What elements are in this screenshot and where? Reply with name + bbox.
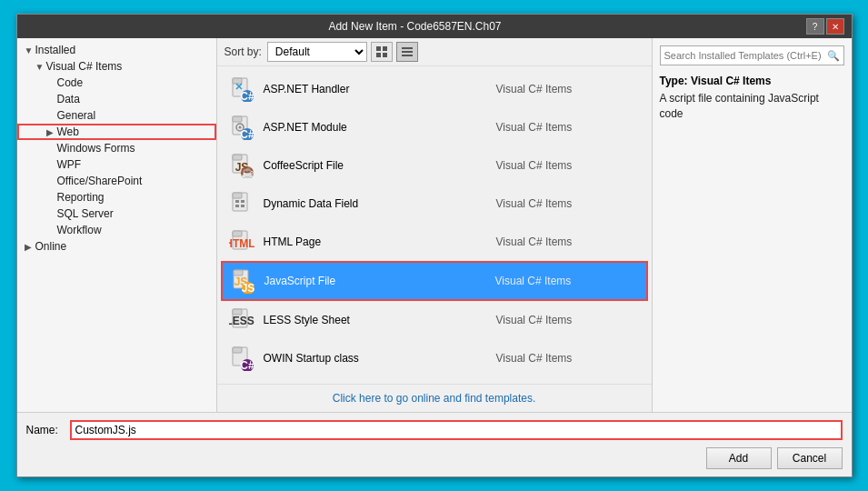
name-input[interactable] [70,420,843,440]
tree-item-label: Windows Forms [57,142,135,155]
svg-text:C#: C# [240,128,254,140]
toolbar-row: Sort by: Default Name Type [217,38,652,66]
item-category: Visual C# Items [496,197,642,210]
svg-rect-24 [235,200,239,203]
item-icon-less-style-sheet: LESS [227,306,256,335]
tree-item-reporting[interactable]: Reporting [17,189,216,205]
title-bar-buttons: ? ✕ [806,18,844,35]
tree-item-label: Reporting [57,191,105,204]
name-label: Name: [26,424,63,436]
list-item-dynamic-data-field[interactable]: Dynamic Data Field Visual C# Items [221,185,648,223]
bottom-area: Name: Add Cancel [17,412,852,476]
tree-item-label: Data [57,93,80,105]
svg-rect-23 [233,193,242,198]
tree-item-label: Online [35,240,67,253]
search-box[interactable]: 🔍 [660,45,844,65]
help-button[interactable]: ? [806,18,824,35]
tree-item-office-sharepoint[interactable]: Office/SharePoint [17,173,216,189]
svg-rect-4 [402,47,413,49]
tree-item-label: Workflow [57,224,102,236]
svg-text:JS: JS [241,282,254,294]
title-bar: Add New Item - Code6587EN.Ch07 ? ✕ [17,15,852,38]
item-icon-aspnet-handler: C# [227,75,256,104]
list-item-aspnet-module[interactable]: C# ASP.NET Module Visual C# Items [221,108,648,146]
svg-text:HTML: HTML [229,237,254,250]
tree-item-label: WPF [57,158,82,171]
item-name: ASP.NET Handler [264,83,496,95]
svg-rect-29 [233,231,242,236]
tree-arrow: ▼ [25,45,35,55]
item-category: Visual C# Items [496,159,642,172]
items-list: C# ASP.NET Handler Visual C# Items C# AS… [217,66,652,384]
close-button[interactable]: ✕ [826,18,844,35]
item-category: Visual C# Items [495,275,641,287]
tree-item-label: Office/SharePoint [57,175,143,187]
tree-item-wpf[interactable]: WPF [17,156,216,173]
sort-select[interactable]: Default Name Type [267,42,367,62]
center-panel: Sort by: Default Name Type [217,38,652,412]
tree-item-label: Code [57,76,84,89]
svg-rect-6 [402,55,413,56]
list-item-aspnet-handler[interactable]: C# ASP.NET Handler Visual C# Items [221,70,648,108]
list-view-icon [401,45,414,58]
list-item-html-page[interactable]: HTML HTML Page Visual C# Items [221,223,648,261]
item-name: JavaScript File [264,275,495,287]
item-name: OWIN Startup class [264,352,496,365]
tree-item-data[interactable]: Data [17,91,216,107]
item-name: Dynamic Data Field [264,197,496,210]
svg-text:☕: ☕ [240,165,254,178]
svg-rect-25 [241,200,244,203]
svg-text:LESS: LESS [229,315,254,327]
svg-rect-3 [383,53,387,57]
svg-rect-40 [233,347,242,353]
item-icon-javascript-file: JSJS [228,266,257,296]
right-panel: 🔍 Type: Visual C# Items A script file co… [652,38,852,412]
search-input[interactable] [664,50,827,61]
add-button[interactable]: Add [706,447,772,469]
svg-rect-27 [241,205,244,207]
list-view-button[interactable] [396,42,418,62]
svg-rect-26 [235,205,239,207]
tree-item-windows-forms[interactable]: Windows Forms [17,140,216,156]
svg-rect-18 [233,155,242,160]
item-name: ASP.NET Module [264,121,496,134]
tree-item-sql-server[interactable]: SQL Server [17,205,216,222]
add-new-item-dialog: Add New Item - Code6587EN.Ch07 ? ✕ ▼Inst… [16,14,853,477]
tree-item-workflow[interactable]: Workflow [17,222,216,238]
tree-item-online[interactable]: ▶Online [17,238,216,255]
list-item-javascript-file[interactable]: JSJS JavaScript File Visual C# Items [221,261,648,301]
list-item-style-sheet[interactable]: CSS Style Sheet Visual C# Items [221,377,648,384]
description-text: A script file containing JavaScript code [660,91,844,122]
tree-arrow: ▼ [35,62,46,72]
online-link[interactable]: Click here to go online and find templat… [333,392,535,405]
tree-arrow: ▶ [25,242,35,252]
tree-arrow: ▶ [46,127,57,137]
item-icon-coffeescript-file: JS☕ [227,151,256,180]
tree-item-web[interactable]: ▶Web [17,124,216,140]
item-name: HTML Page [264,235,496,248]
list-item-owin-startup[interactable]: C# OWIN Startup class Visual C# Items [221,339,648,377]
tree-item-label: Web [57,125,79,138]
list-item-less-style-sheet[interactable]: LESS LESS Style Sheet Visual C# Items [221,301,648,339]
item-icon-owin-startup: C# [227,344,256,373]
tree-item-label: Installed [35,44,76,56]
svg-rect-0 [376,46,381,51]
grid-view-button[interactable] [371,42,393,62]
tree-item-general[interactable]: General [17,107,216,124]
svg-rect-1 [383,46,387,51]
list-item-coffeescript-file[interactable]: JS☕ CoffeeScript File Visual C# Items [221,146,648,185]
tree-item-installed[interactable]: ▼Installed [17,42,216,58]
item-category: Visual C# Items [496,121,642,134]
item-icon-aspnet-module: C# [227,113,256,142]
item-category: Visual C# Items [496,352,642,365]
svg-rect-5 [402,51,413,53]
online-link-area: Click here to go online and find templat… [217,384,652,412]
cancel-button[interactable]: Cancel [777,447,843,469]
tree-item-code[interactable]: Code [17,75,216,91]
item-icon-html-page: HTML [227,227,256,256]
tree-item-label: SQL Server [57,207,114,220]
tree-item-visual-c-items[interactable]: ▼Visual C# Items [17,58,216,75]
top-area: ▼Installed▼Visual C# Items Code Data Gen… [17,38,852,412]
button-row: Add Cancel [26,447,843,469]
search-icon: 🔍 [827,50,840,62]
